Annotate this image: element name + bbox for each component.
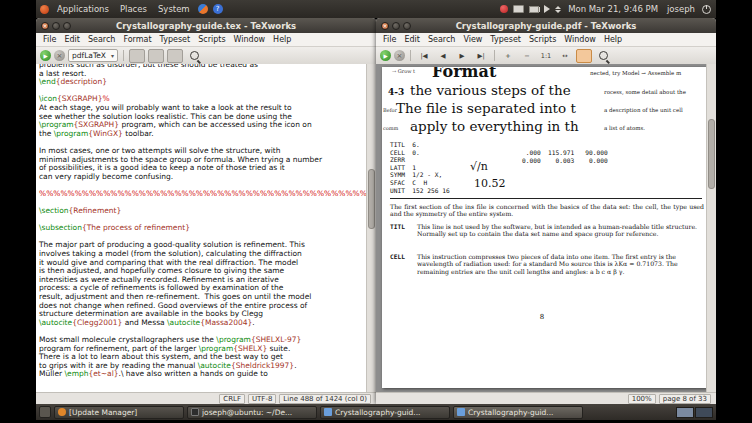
maximize-button[interactable] bbox=[63, 22, 71, 30]
window-buttons: × bbox=[36, 22, 71, 30]
text-line: Müller \emph{et~al}.\ have also written … bbox=[39, 370, 367, 379]
update-notifier-icon[interactable] bbox=[500, 5, 508, 13]
menu-file[interactable]: File bbox=[39, 34, 60, 45]
close-button[interactable]: × bbox=[381, 22, 389, 30]
network-icon[interactable] bbox=[555, 6, 561, 13]
scrollbar-thumb[interactable] bbox=[708, 119, 715, 189]
zoom-out-icon[interactable]: − bbox=[519, 49, 535, 63]
magnifier-tool-icon[interactable] bbox=[595, 49, 611, 63]
user-menu[interactable]: joseph bbox=[665, 4, 697, 14]
toolbar: ▶ × pdfLaTeX ▾ bbox=[36, 47, 376, 65]
find-icon[interactable] bbox=[186, 49, 202, 63]
toolbar-separator bbox=[410, 50, 411, 61]
toolbar-separator bbox=[494, 50, 495, 61]
text-line: \end{description} bbox=[39, 78, 367, 87]
ins-file-block: TITL 6.CELL 0.ZERRLATT 1SYMM 1/2 - X,SFA… bbox=[390, 141, 450, 194]
maximize-button[interactable] bbox=[403, 22, 411, 30]
actual-size-icon[interactable]: 1:1 bbox=[538, 49, 554, 63]
menu-search[interactable]: Search bbox=[84, 34, 119, 45]
system-menu[interactable]: System bbox=[155, 2, 193, 16]
pdf-page[interactable]: → Grow t Format nected, try Model → Asse… bbox=[382, 67, 707, 388]
format-selector-value: pdfLaTeX bbox=[72, 51, 106, 60]
pdf-fragment: a list of atoms. bbox=[604, 125, 645, 131]
volume-icon[interactable] bbox=[544, 5, 550, 13]
fit-width-icon[interactable]: ↔ bbox=[557, 49, 573, 63]
clock[interactable]: Mon Mar 21, 9:46 PM bbox=[566, 4, 660, 14]
minimize-button[interactable] bbox=[392, 22, 400, 30]
menu-scripts[interactable]: Scripts bbox=[525, 34, 560, 45]
menu-edit[interactable]: Edit bbox=[60, 34, 84, 45]
mail-icon[interactable] bbox=[513, 5, 524, 13]
workspace-2[interactable] bbox=[695, 407, 713, 418]
firefox-icon[interactable] bbox=[198, 4, 208, 14]
close-button[interactable]: × bbox=[41, 22, 49, 30]
taskbar-button-label: Crystallography-guid... bbox=[468, 408, 553, 417]
pdf-view[interactable]: → Grow t Format nected, try Model → Asse… bbox=[376, 64, 707, 393]
pdf-item-tag: CELL bbox=[390, 253, 412, 275]
typeset-button[interactable]: ▶ bbox=[40, 50, 51, 61]
texworks-icon bbox=[324, 408, 332, 416]
workspace-switcher bbox=[676, 407, 713, 418]
menu-scripts[interactable]: Scripts bbox=[194, 34, 229, 45]
show-desktop-icon[interactable] bbox=[39, 406, 51, 418]
titlebar[interactable]: × Crystallography-guide.pdf - TeXworks bbox=[376, 18, 716, 33]
text-line: UNIT 152 256 16 bbox=[390, 187, 450, 195]
menu-format[interactable]: Format bbox=[119, 34, 155, 45]
pdf-fragment: Format bbox=[432, 67, 496, 81]
menu-typeset[interactable]: Typeset bbox=[156, 34, 195, 45]
taskbar-button-terminal[interactable]: joseph@ubuntu: ~/De... bbox=[187, 406, 317, 419]
previous-page-icon[interactable]: ◀ bbox=[435, 49, 451, 63]
next-page-icon[interactable]: ▶ bbox=[454, 49, 470, 63]
menu-view[interactable]: View bbox=[459, 34, 486, 45]
menu-help[interactable]: Help bbox=[269, 34, 295, 45]
menu-help[interactable]: Help bbox=[600, 34, 626, 45]
save-file-icon[interactable] bbox=[167, 49, 183, 63]
pdf-scrollbar[interactable] bbox=[706, 64, 716, 393]
hand-tool-icon[interactable] bbox=[576, 49, 592, 63]
pdf-fragment: → Grow t bbox=[392, 68, 415, 74]
cursor-position-indicator: Line 488 of 1424 (col 0) bbox=[279, 394, 371, 404]
window-title: Crystallography-guide.tex - TeXworks bbox=[36, 21, 376, 31]
scrollbar-thumb[interactable] bbox=[368, 169, 375, 229]
statusbar: 100% page 8 of 33 bbox=[376, 392, 716, 404]
top-panel: Applications Places System ? Mon Mar 21,… bbox=[36, 0, 716, 18]
menu-typeset[interactable]: Typeset bbox=[486, 34, 525, 45]
editor-lines: problems such as disorder, but these sho… bbox=[39, 64, 367, 379]
source-editor[interactable]: problems such as disorder, but these sho… bbox=[36, 64, 367, 393]
pdf-page-number: 8 bbox=[382, 313, 702, 321]
places-menu[interactable]: Places bbox=[117, 2, 150, 16]
taskbar-button-texworks-source[interactable]: Crystallography-guid... bbox=[320, 406, 450, 419]
menu-edit[interactable]: Edit bbox=[400, 34, 424, 45]
taskbar-button-texworks-pdf[interactable]: Crystallography-guid... bbox=[453, 406, 583, 419]
first-page-icon[interactable]: |◀ bbox=[416, 49, 432, 63]
new-file-icon[interactable] bbox=[129, 49, 145, 63]
pdf-fragment: a description of the unit cell bbox=[604, 107, 683, 113]
encoding-indicator: UTF-8 bbox=[248, 394, 276, 404]
zoom-in-icon[interactable]: + bbox=[500, 49, 516, 63]
format-selector[interactable]: pdfLaTeX ▾ bbox=[68, 49, 118, 62]
menu-file[interactable]: File bbox=[379, 34, 400, 45]
menu-window[interactable]: Window bbox=[230, 34, 270, 45]
screen: Applications Places System ? Mon Mar 21,… bbox=[0, 0, 752, 423]
workspace-1[interactable] bbox=[676, 407, 694, 418]
pdf-item-text: This instruction compresses two pieces o… bbox=[417, 253, 704, 275]
open-file-icon[interactable] bbox=[148, 49, 164, 63]
ubuntu-logo-icon[interactable] bbox=[40, 5, 49, 14]
titlebar[interactable]: × Crystallography-guide.tex - TeXworks bbox=[36, 18, 376, 33]
applications-menu[interactable]: Applications bbox=[54, 2, 112, 16]
stop-typeset-button[interactable]: × bbox=[394, 50, 405, 61]
editor-scrollbar[interactable] bbox=[366, 64, 376, 393]
last-page-icon[interactable]: ▶| bbox=[473, 49, 489, 63]
power-icon[interactable] bbox=[702, 5, 711, 14]
menu-window[interactable]: Window bbox=[560, 34, 600, 45]
text-line: can very rapidly become confusing. bbox=[39, 173, 367, 182]
menu-search[interactable]: Search bbox=[424, 34, 459, 45]
zoom-indicator: 100% bbox=[628, 394, 656, 404]
taskbar: [Update Manager] joseph@ubuntu: ~/De... … bbox=[36, 404, 716, 420]
minimize-button[interactable] bbox=[52, 22, 60, 30]
help-icon[interactable]: ? bbox=[213, 4, 223, 14]
stop-typeset-button[interactable]: × bbox=[54, 50, 65, 61]
taskbar-button-update-manager[interactable]: [Update Manager] bbox=[54, 406, 184, 419]
typeset-button[interactable]: ▶ bbox=[380, 50, 391, 61]
battery-icon[interactable] bbox=[529, 6, 539, 13]
